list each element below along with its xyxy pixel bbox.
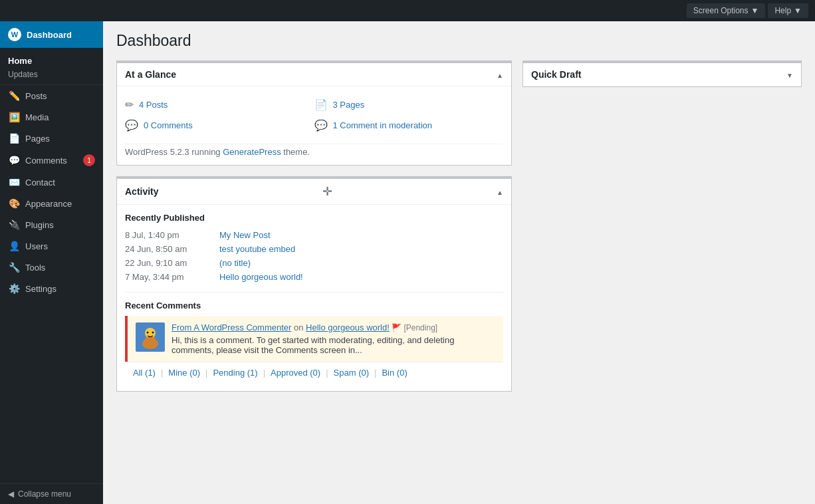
sidebar-label-posts: Posts [25, 91, 47, 101]
sidebar-label-users: Users [25, 241, 48, 251]
quick-draft-header[interactable]: Quick Draft [523, 63, 801, 86]
sidebar-dashboard-header[interactable]: W Dashboard [0, 21, 103, 48]
filter-separator: | [205, 368, 207, 378]
comment-filters: All (1)|Mine (0)|Pending (1)|Approved (0… [125, 362, 503, 383]
comment-avatar [136, 322, 165, 352]
activity-move-icon: ✛ [322, 184, 332, 199]
quick-draft-toggle[interactable] [786, 68, 793, 80]
activity-post-link[interactable]: Hello gorgeous world! [219, 272, 303, 282]
comment-post-link[interactable]: Hello gorgeous world! [306, 322, 390, 332]
activity-widget: Activity ✛ Recently Published 8 Jul, 1:4… [116, 176, 512, 392]
sidebar-label-plugins: Plugins [25, 220, 54, 230]
glance-posts: ✏ 4 Posts [125, 94, 314, 115]
glance-pages: 📄 3 Pages [314, 94, 504, 115]
posts-icon: ✏ [125, 98, 134, 111]
pages-icon: 📄 [8, 133, 20, 144]
activity-post-date: 7 May, 3:44 pm [125, 272, 211, 282]
activity-post-link[interactable]: (no title) [219, 258, 251, 268]
glance-stats-grid: ✏ 4 Posts 📄 3 Pages 💬 0 Comments [125, 94, 503, 136]
tools-icon: 🔧 [8, 262, 20, 273]
filter-pending[interactable]: Pending (1) [213, 368, 257, 378]
glance-comments: 💬 0 Comments [125, 115, 314, 136]
at-a-glance-widget: At a Glance ✏ 4 Posts 📄 3 Pages [116, 61, 512, 166]
at-a-glance-header[interactable]: At a Glance [117, 63, 511, 86]
sidebar-collapse-button[interactable]: ◀ Collapse menu [0, 483, 103, 504]
sidebar-menu: ✏️ Posts 🖼️ Media 📄 Pages 💬 Comments 1 ✉… [0, 85, 103, 299]
posts-count-link[interactable]: 4 Posts [139, 100, 168, 110]
filter-approved[interactable]: Approved (0) [271, 368, 320, 378]
filter-mine[interactable]: Mine (0) [168, 368, 200, 378]
activity-header[interactable]: Activity ✛ [117, 179, 511, 205]
sidebar-label-comments: Comments [25, 156, 67, 166]
media-icon: 🖼️ [8, 112, 20, 122]
activity-toggle[interactable] [497, 186, 503, 197]
filter-separator: | [161, 368, 163, 378]
sidebar-item-tools[interactable]: 🔧 Tools [0, 257, 103, 278]
sidebar-item-settings[interactable]: ⚙️ Settings [0, 278, 103, 299]
sidebar-label-appearance: Appearance [25, 199, 72, 209]
activity-post-date: 8 Jul, 1:40 pm [125, 230, 211, 240]
sidebar-label-tools: Tools [25, 263, 45, 273]
left-column: At a Glance ✏ 4 Posts 📄 3 Pages [116, 61, 512, 402]
comments-icon: 💬 [125, 119, 138, 132]
sidebar-item-pages[interactable]: 📄 Pages [0, 128, 103, 149]
sidebar: W Dashboard Home Updates ✏️ Posts 🖼️ Med… [0, 21, 103, 504]
at-a-glance-title: At a Glance [125, 69, 176, 80]
recent-comments-label: Recent Comments [125, 301, 503, 311]
comment-content: From A WordPress Commenter on Hello gorg… [172, 322, 495, 355]
comments-icon: 💬 [8, 155, 20, 166]
sidebar-item-media[interactable]: 🖼️ Media [0, 106, 103, 128]
pages-count-link[interactable]: 3 Pages [333, 100, 365, 110]
comment-author-line: From A WordPress Commenter on Hello gorg… [172, 322, 495, 332]
filter-bin[interactable]: Bin (0) [382, 368, 407, 378]
sidebar-item-updates[interactable]: Updates [0, 68, 103, 82]
page-title: Dashboard [116, 32, 802, 50]
filter-spam[interactable]: Spam (0) [334, 368, 369, 378]
comments-count-link[interactable]: 0 Comments [144, 120, 193, 130]
comment-pending-badge: 🚩 [Pending] [392, 323, 437, 332]
sidebar-item-contact[interactable]: ✉️ Contact [0, 172, 103, 193]
pages-icon: 📄 [314, 98, 328, 111]
pending-flag-icon: 🚩 [392, 323, 402, 332]
filter-separator: | [263, 368, 265, 378]
posts-icon: ✏️ [8, 90, 20, 101]
glance-moderation: 💬 1 Comment in moderation [314, 115, 504, 136]
help-button[interactable]: Help ▼ [768, 3, 808, 18]
sidebar-dashboard-label: Dashboard [27, 30, 72, 40]
contact-icon: ✉️ [8, 177, 20, 188]
filter-all[interactable]: All (1) [133, 368, 156, 378]
activity-post-date: 22 Jun, 9:10 am [125, 258, 211, 268]
activity-title: Activity [125, 186, 159, 197]
appearance-icon: 🎨 [8, 198, 20, 209]
sidebar-item-posts[interactable]: ✏️ Posts [0, 85, 103, 106]
right-column: Quick Draft [523, 61, 802, 87]
theme-link[interactable]: GeneratePress [223, 147, 281, 157]
sidebar-item-comments[interactable]: 💬 Comments 1 [0, 149, 103, 172]
svg-point-5 [147, 332, 149, 334]
settings-icon: ⚙️ [8, 283, 20, 294]
quick-draft-title: Quick Draft [531, 69, 581, 80]
sidebar-item-users[interactable]: 👤 Users [0, 235, 103, 257]
sidebar-item-appearance[interactable]: 🎨 Appearance [0, 193, 103, 214]
plugins-icon: 🔌 [8, 219, 20, 230]
at-a-glance-toggle[interactable] [497, 68, 503, 80]
screen-options-chevron-icon: ▼ [751, 6, 759, 15]
activity-divider [125, 292, 503, 293]
activity-body: Recently Published 8 Jul, 1:40 pm My New… [117, 205, 511, 391]
activity-post-link[interactable]: My New Post [219, 230, 271, 240]
activity-post-link[interactable]: test youtube embed [219, 244, 295, 254]
sidebar-home-section: Home Updates [0, 48, 103, 85]
moderation-icon: 💬 [314, 119, 328, 132]
activity-posts-list: 8 Jul, 1:40 pm My New Post 24 Jun, 8:50 … [125, 228, 503, 284]
activity-post-row: 22 Jun, 9:10 am (no title) [125, 256, 503, 270]
wp-logo-icon: W [8, 28, 21, 41]
sidebar-item-home[interactable]: Home [0, 53, 103, 68]
activity-post-row: 7 May, 3:44 pm Hello gorgeous world! [125, 270, 503, 284]
moderation-count-link[interactable]: 1 Comment in moderation [333, 120, 433, 130]
svg-rect-4 [145, 337, 156, 344]
sidebar-item-plugins[interactable]: 🔌 Plugins [0, 214, 103, 235]
wp-version-text: WordPress 5.2.3 running GeneratePress th… [125, 144, 503, 157]
screen-options-button[interactable]: Screen Options ▼ [687, 3, 766, 18]
collapse-icon: ◀ [8, 489, 14, 499]
comment-author-link[interactable]: From A WordPress Commenter [172, 322, 291, 332]
